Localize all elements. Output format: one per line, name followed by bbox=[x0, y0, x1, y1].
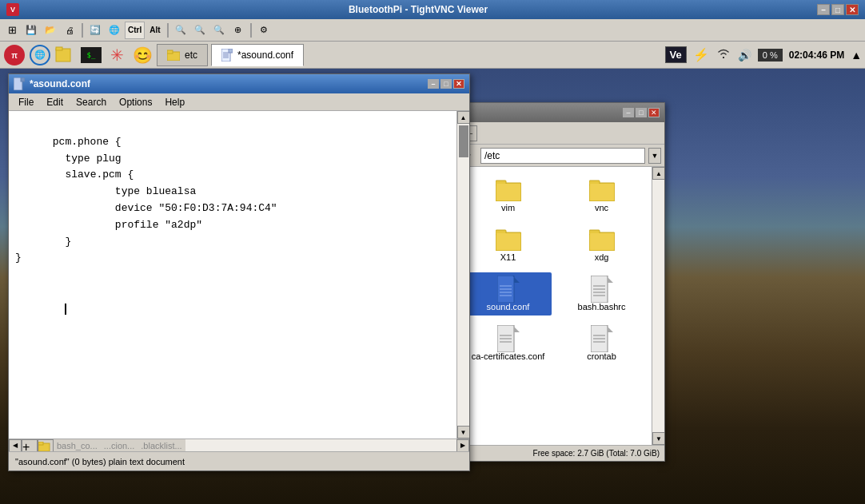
taskbar-tab-asound[interactable]: *asound.conf bbox=[211, 44, 304, 66]
editor-content-area: pcm.phone { type plug slave.pcm { type b… bbox=[9, 111, 469, 439]
vnc-folder-icon bbox=[589, 177, 615, 203]
toolbar-refresh-btn[interactable]: 🔄 bbox=[86, 22, 104, 39]
app-close-button[interactable]: ✕ bbox=[846, 4, 859, 15]
editor-window-controls: – □ ✕ bbox=[428, 79, 464, 89]
app-title-icon: V bbox=[6, 3, 19, 16]
editor-code-content: pcm.phone { type plug slave.pcm { type b… bbox=[15, 136, 277, 264]
svg-rect-7 bbox=[229, 49, 233, 53]
app-minimize-button[interactable]: – bbox=[817, 4, 830, 15]
menu-help[interactable]: Help bbox=[158, 95, 191, 109]
file-item-vim[interactable]: vim bbox=[464, 173, 552, 216]
scrollbar-track[interactable] bbox=[457, 124, 470, 426]
svg-rect-16 bbox=[38, 442, 43, 445]
arrow-up-icon[interactable]: ▲ bbox=[851, 49, 862, 62]
filemanager-window: – □ ✕ ← ↑ ▼ vim bbox=[457, 102, 665, 462]
taskbar-right-area: Ve ⚡ 🔊 0 % 02:04:46 PM ▲ bbox=[665, 46, 862, 63]
taskbar-globe-icon[interactable]: 🌐 bbox=[29, 44, 51, 66]
hscroll-track bbox=[185, 439, 456, 452]
fm-scroll-up-btn[interactable]: ▲ bbox=[652, 167, 664, 180]
taskbar: π 🌐 $_ ✳ 😊 etc bbox=[0, 42, 865, 69]
files-icon-svg bbox=[55, 46, 76, 65]
hscroll-left-btn[interactable]: ◀ bbox=[9, 439, 22, 452]
file-item-xdg[interactable]: xdg bbox=[558, 223, 645, 266]
hscroll-right-btn[interactable]: ▶ bbox=[456, 439, 469, 452]
editor-window: *asound.conf – □ ✕ File Edit Search Opti… bbox=[8, 73, 470, 471]
fm-minimize-button[interactable]: – bbox=[623, 108, 634, 117]
editor-title-bar: *asound.conf – □ ✕ bbox=[9, 74, 469, 93]
taskbar-burst-icon[interactable]: ✳ bbox=[106, 44, 128, 66]
file-item-crontab[interactable]: crontab bbox=[558, 322, 645, 365]
editor-text[interactable]: pcm.phone { type plug slave.pcm { type b… bbox=[9, 111, 456, 439]
toolbar-alt-btn[interactable]: Alt bbox=[146, 22, 163, 39]
editor-close-button[interactable]: ✕ bbox=[453, 79, 464, 89]
taskbar-terminal-icon[interactable]: $_ bbox=[80, 44, 102, 66]
editor-minimize-button[interactable]: – bbox=[428, 79, 439, 89]
toolbar-separator-2 bbox=[167, 23, 169, 38]
svg-rect-19 bbox=[496, 184, 520, 200]
toolbar-options-btn[interactable]: ⚙ bbox=[255, 22, 273, 39]
toolbar-search-btn[interactable]: 🔍 bbox=[172, 22, 189, 39]
toolbar-save-btn[interactable]: 💾 bbox=[22, 22, 40, 39]
globe-icon: 🌐 bbox=[30, 45, 50, 65]
doc-icon-svg bbox=[591, 276, 613, 303]
taskbar-files-icon[interactable] bbox=[54, 44, 77, 66]
file-item-ca-certificates[interactable]: ca-certificates.conf bbox=[464, 322, 552, 365]
toolbar-icon-btn[interactable]: ⊞ bbox=[3, 22, 21, 39]
sound-conf-label: sound.conf bbox=[487, 302, 530, 312]
bashrc-label: bash.bashrc bbox=[578, 302, 626, 312]
toolbar-zoom-fit-btn[interactable]: ⊕ bbox=[229, 22, 247, 39]
file-item-x11[interactable]: X11 bbox=[464, 223, 552, 266]
wifi-svg bbox=[716, 47, 731, 60]
wifi-icon[interactable] bbox=[716, 47, 731, 62]
text-cursor-icon bbox=[65, 304, 66, 315]
taskbar-rpi-icon[interactable]: π bbox=[3, 44, 26, 66]
terminal-icon: $_ bbox=[81, 47, 102, 63]
svg-rect-3 bbox=[56, 47, 62, 50]
toolbar-ctrl-btn[interactable]: Ctrl bbox=[125, 22, 145, 39]
fm-close-button[interactable]: ✕ bbox=[648, 108, 660, 117]
bluetooth-icon[interactable]: ⚡ bbox=[693, 47, 709, 62]
tab-etc-label: etc bbox=[185, 50, 197, 61]
taskbar-face-icon[interactable]: 😊 bbox=[131, 44, 153, 66]
taskbar-tab-etc[interactable]: etc bbox=[157, 44, 208, 66]
menu-search[interactable]: Search bbox=[70, 95, 113, 109]
editor-maximize-button[interactable]: □ bbox=[440, 79, 452, 89]
volume-icon[interactable]: 🔊 bbox=[738, 49, 751, 62]
svg-rect-22 bbox=[590, 184, 614, 200]
scrollbar-up-arrow[interactable]: ▲ bbox=[457, 111, 470, 124]
scrollbar-thumb[interactable] bbox=[459, 125, 468, 157]
toolbar-print-btn[interactable]: 🖨 bbox=[61, 22, 78, 39]
file-item-sound-conf[interactable]: sound.conf bbox=[464, 272, 552, 315]
filemanager-window-controls: – □ ✕ bbox=[623, 108, 660, 117]
menu-edit[interactable]: Edit bbox=[40, 95, 70, 109]
toolbar-web-btn[interactable]: 🌐 bbox=[106, 22, 123, 39]
vim-folder-icon bbox=[496, 177, 521, 203]
ve-badge[interactable]: Ve bbox=[665, 46, 687, 63]
file-item-vnc[interactable]: vnc bbox=[558, 173, 645, 216]
hscroll-folder-icon bbox=[38, 442, 51, 451]
hscroll-expand-btn[interactable]: + bbox=[22, 439, 38, 452]
editor-hscrollbar: ◀ + bash_co... ...cion... .blacklist... … bbox=[9, 439, 469, 451]
doc-icon-svg bbox=[497, 325, 520, 352]
doc-icon-svg bbox=[591, 325, 613, 352]
vim-folder-label: vim bbox=[501, 203, 515, 212]
svg-rect-25 bbox=[496, 233, 520, 250]
fm-scroll-track[interactable] bbox=[652, 180, 664, 432]
fm-path-dropdown[interactable]: ▼ bbox=[648, 148, 661, 164]
fm-path-input[interactable] bbox=[480, 148, 645, 164]
fm-file-area: vim vnc bbox=[458, 167, 652, 445]
doc-icon-svg bbox=[497, 276, 520, 303]
hscroll-folder-btn[interactable] bbox=[38, 439, 54, 452]
menu-file[interactable]: File bbox=[12, 95, 40, 109]
toolbar-zoom-in-btn[interactable]: 🔍 bbox=[210, 22, 228, 39]
toolbar-separator-3 bbox=[250, 23, 252, 38]
toolbar-separator-1 bbox=[82, 23, 83, 38]
toolbar-zoom-out-btn[interactable]: 🔍 bbox=[191, 22, 209, 39]
menu-options[interactable]: Options bbox=[113, 95, 158, 109]
fm-maximize-button[interactable]: □ bbox=[636, 108, 647, 117]
file-item-bashrc[interactable]: bash.bashrc bbox=[558, 272, 645, 315]
toolbar-open-btn[interactable]: 📂 bbox=[42, 22, 59, 39]
app-maximize-button[interactable]: □ bbox=[831, 4, 844, 15]
fm-scroll-down-btn[interactable]: ▼ bbox=[652, 432, 664, 445]
scrollbar-down-arrow[interactable]: ▼ bbox=[457, 426, 470, 439]
